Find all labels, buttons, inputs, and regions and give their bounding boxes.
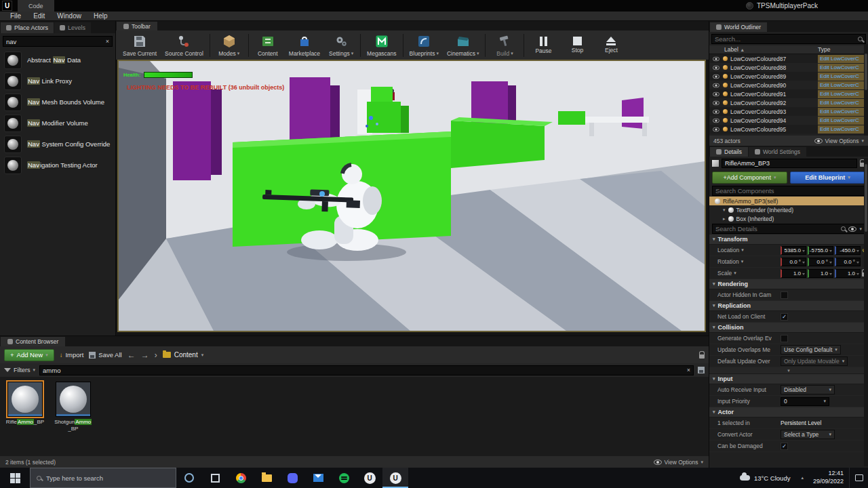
menu-help[interactable]: Help (87, 12, 114, 20)
list-item[interactable]: Nav Mesh Bounds Volume (0, 92, 115, 113)
spotify-button[interactable] (331, 468, 357, 488)
section-input[interactable]: ▾Input (709, 374, 868, 384)
edit-type-link[interactable]: Edit LowCoverC (818, 55, 868, 63)
hidden-in-game-checkbox[interactable] (781, 291, 788, 299)
tab-details[interactable]: Details (710, 147, 748, 157)
section-replication[interactable]: ▾Replication (709, 301, 868, 311)
forward-button[interactable]: → (141, 350, 149, 360)
file-explorer-button[interactable] (254, 468, 279, 488)
stop-button[interactable]: Stop (560, 31, 594, 60)
asset-thumbnail[interactable] (7, 382, 43, 417)
unreal-button[interactable]: U (357, 468, 382, 488)
content-button[interactable]: Content (251, 31, 285, 60)
edit-type-link[interactable]: Edit LowCoverC (818, 64, 868, 72)
clear-search-icon[interactable]: × (106, 38, 109, 45)
view-options-button[interactable]: View Options ▾ (814, 138, 864, 144)
table-row[interactable]: LowCoverColoured88Edit LowCoverC (709, 63, 868, 72)
notification-center-button[interactable] (849, 468, 868, 488)
visibility-eye-icon[interactable] (713, 109, 719, 113)
table-row[interactable]: LowCoverColoured93Edit LowCoverC (709, 107, 868, 116)
table-row[interactable]: LowCoverColoured90Edit LowCoverC (709, 81, 868, 89)
menu-edit[interactable]: Edit (27, 12, 51, 20)
section-rendering[interactable]: ▾Rendering (709, 279, 868, 289)
default-update-dropdown[interactable]: Only Update Movable▾ (781, 357, 848, 366)
import-button[interactable]: ↓ Import (60, 351, 84, 359)
back-button[interactable]: ← (127, 350, 136, 360)
tab-content-browser[interactable]: Content Browser (1, 337, 65, 346)
build-button[interactable]: Build▾ (488, 31, 521, 60)
add-new-button[interactable]: +Add New▾ (4, 349, 54, 361)
visibility-eye-icon[interactable] (713, 65, 719, 69)
visibility-eye-icon[interactable] (713, 92, 719, 96)
table-row[interactable]: LowCoverColoured92Edit LowCoverC (709, 98, 868, 107)
marketplace-button[interactable]: Marketplace (285, 31, 324, 60)
rotation-x-field[interactable]: 0.0 ° (781, 258, 806, 266)
net-load-checkbox[interactable]: ✓ (781, 313, 788, 321)
edit-type-link[interactable]: Edit LowCoverC (818, 99, 868, 107)
breadcrumb[interactable]: Content ▾ (163, 351, 204, 359)
tab-world-outliner[interactable]: World Outliner (710, 22, 767, 32)
mail-button[interactable] (305, 468, 331, 488)
save-current-button[interactable]: Save Current (119, 31, 161, 60)
save-search-icon[interactable] (698, 367, 705, 373)
window-tab-code[interactable]: Code (18, 0, 54, 12)
list-item[interactable]: Abstract Nav Data (0, 49, 115, 70)
place-actors-search-input[interactable] (6, 38, 103, 45)
auto-receive-input-dropdown[interactable]: Disabled▾ (781, 385, 835, 394)
unreal-active-button[interactable]: U (382, 468, 408, 488)
can-be-damaged-checkbox[interactable]: ✓ (781, 443, 788, 450)
table-row[interactable]: LowCoverColoured87Edit LowCoverC (709, 54, 868, 63)
view-options-button[interactable]: View Options ▾ (654, 459, 703, 466)
game-viewport[interactable]: Health: LIGHTING NEEDS TO BE REBUILT (36… (117, 60, 706, 332)
edit-type-link[interactable]: Edit LowCoverC (818, 90, 868, 98)
modes-button[interactable]: Modes▾ (212, 31, 246, 60)
table-row[interactable]: LowCoverColoured95Edit LowCoverC (709, 125, 868, 134)
scale-x-field[interactable]: 1.0 (781, 269, 806, 278)
tab-world-settings[interactable]: World Settings (749, 147, 806, 157)
location-y-field[interactable]: -5755.0 (808, 246, 833, 255)
menu-file[interactable]: File (4, 12, 27, 20)
scale-z-field[interactable]: 1.0 (835, 269, 861, 278)
update-overlaps-dropdown[interactable]: Use Config Default▾ (781, 345, 841, 354)
clear-search-icon[interactable]: × (687, 367, 690, 373)
source-control-button[interactable]: Source Control (161, 31, 208, 60)
pause-button[interactable]: Pause (526, 31, 560, 60)
lock-browser-icon[interactable] (699, 354, 705, 359)
input-priority-field[interactable]: 0▾ (781, 397, 829, 406)
table-row[interactable]: LowCoverColoured89Edit LowCoverC (709, 72, 868, 81)
asset-thumbnail[interactable] (56, 382, 91, 417)
scale-y-field[interactable]: 1.0 (808, 269, 833, 278)
tab-toolbar[interactable]: Toolbar (117, 22, 157, 30)
cortana-button[interactable] (176, 468, 202, 488)
taskbar-clock[interactable]: 12:41 29/09/2022 (808, 468, 849, 488)
tray-expand-icon[interactable]: ▴ (801, 475, 804, 481)
asset-search-input[interactable] (43, 367, 684, 374)
viewport-scene[interactable] (119, 61, 705, 331)
taskbar-search[interactable]: Type here to search (30, 468, 176, 488)
weather-widget[interactable]: 13°C Cloudy (733, 468, 797, 488)
convert-actor-dropdown[interactable]: Select a Type▾ (781, 430, 835, 439)
rotation-y-field[interactable]: 0.0 ° (808, 258, 833, 266)
component-tree-item[interactable]: ▸ Box (Inherited) (709, 214, 868, 223)
system-tray[interactable]: ▴ (797, 468, 808, 488)
edit-type-link[interactable]: Edit LowCoverC (818, 117, 868, 125)
settings-button[interactable]: Settings▾ (324, 31, 358, 60)
discord-button[interactable] (279, 468, 305, 488)
rotation-z-field[interactable]: 0.0 ° (835, 258, 861, 266)
table-row[interactable]: LowCoverColoured94Edit LowCoverC (709, 116, 868, 125)
asset-tile-rifleammo[interactable]: RifleAmmo_BP (5, 382, 45, 426)
visibility-eye-icon[interactable] (713, 118, 719, 122)
collision-expander[interactable]: ▾ (709, 367, 868, 374)
tab-levels[interactable]: Levels (54, 22, 91, 33)
generate-overlap-checkbox[interactable] (781, 335, 788, 342)
component-tree-root[interactable]: RifleAmmo_BP3(self) (709, 197, 868, 205)
location-x-field[interactable]: 5385.0 (781, 246, 806, 255)
edit-blueprint-button[interactable]: Edit Blueprint▾ (790, 171, 865, 184)
edit-type-link[interactable]: Edit LowCoverC (818, 125, 868, 134)
cinematics-button[interactable]: Cinematics▾ (443, 31, 484, 60)
list-item[interactable]: Nav Modifier Volume (0, 113, 115, 134)
visibility-eye-icon[interactable] (713, 56, 719, 60)
search-details-input[interactable] (715, 225, 838, 232)
asset-tile-shotgunammo[interactable]: ShotgunAmmo_BP (54, 382, 93, 433)
start-button[interactable] (0, 468, 30, 488)
